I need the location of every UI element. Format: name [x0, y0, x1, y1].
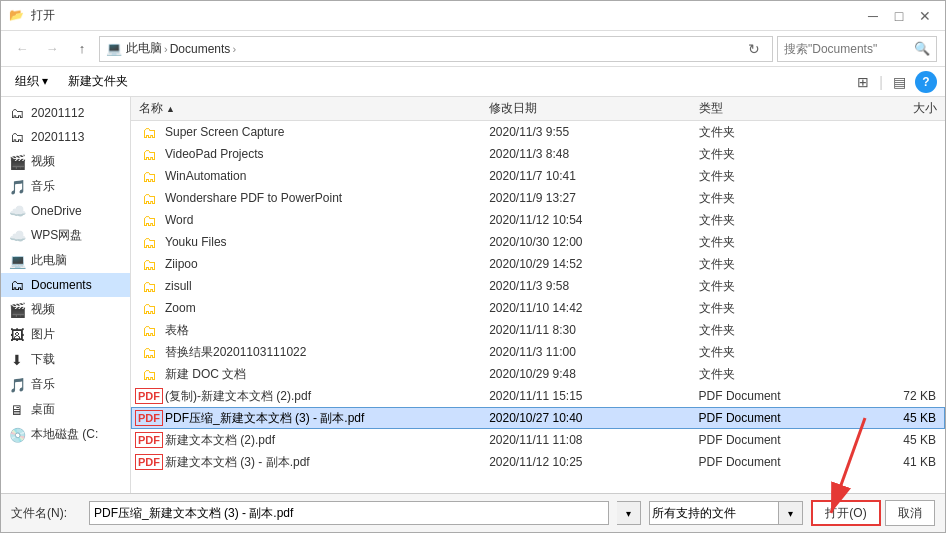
folder-icon: 🗂: [142, 278, 157, 295]
address-bar[interactable]: 💻 此电脑 › Documents › ↻: [99, 36, 773, 62]
col-size-header[interactable]: 大小: [839, 100, 937, 117]
new-folder-button[interactable]: 新建文件夹: [62, 71, 134, 92]
title-bar-left: 📂 打开: [9, 7, 55, 24]
sidebar-item-documents[interactable]: 🗂 Documents: [1, 273, 130, 297]
sidebar-item-20201113[interactable]: 🗂 20201113: [1, 125, 130, 149]
file-type-7: 文件夹: [699, 256, 839, 273]
breadcrumb-documents[interactable]: Documents: [170, 42, 231, 56]
file-name-15: PDF 新建文本文档 (2).pdf: [140, 431, 489, 449]
file-name-13: PDF (复制)-新建文本文档 (2).pdf: [140, 387, 489, 405]
sort-icon: ▲: [166, 104, 175, 114]
file-row-4[interactable]: 🗂 Wondershare PDF to PowerPoint 2020/11/…: [131, 187, 945, 209]
sidebar-item-wps[interactable]: ☁️ WPS网盘: [1, 223, 130, 248]
file-row-2[interactable]: 🗂 VideoPad Projects 2020/11/3 8:48 文件夹: [131, 143, 945, 165]
back-button[interactable]: ←: [9, 36, 35, 62]
file-row-3[interactable]: 🗂 WinAutomation 2020/11/7 10:41 文件夹: [131, 165, 945, 187]
forward-button[interactable]: →: [39, 36, 65, 62]
col-type-header[interactable]: 类型: [699, 100, 839, 117]
file-icon-5: 🗂: [140, 211, 158, 229]
sidebar-item-pc[interactable]: 💻 此电脑: [1, 248, 130, 273]
second-toolbar: 组织 ▾ 新建文件夹 ⊞ | ▤ ?: [1, 67, 945, 97]
file-date-6: 2020/10/30 12:00: [489, 235, 698, 249]
refresh-button[interactable]: ↻: [742, 37, 766, 61]
file-row-9[interactable]: 🗂 Zoom 2020/11/10 14:42 文件夹: [131, 297, 945, 319]
sidebar-item-videos[interactable]: 🎬 视频: [1, 149, 130, 174]
sidebar-item-pc-videos[interactable]: 🎬 视频: [1, 297, 130, 322]
view-details-button[interactable]: ⊞: [851, 70, 875, 94]
sidebar-label-downloads: 下载: [31, 351, 55, 368]
filename-label: 文件名(N):: [11, 505, 81, 522]
action-buttons: 打开(O) 取消: [811, 500, 935, 526]
minimize-button[interactable]: ─: [861, 4, 885, 28]
filetype-input[interactable]: [649, 501, 779, 525]
file-date-10: 2020/11/11 8:30: [489, 323, 698, 337]
file-date-5: 2020/11/12 10:54: [489, 213, 698, 227]
folder-icon: 🗂: [142, 366, 157, 383]
file-row-6[interactable]: 🗂 Youku Files 2020/10/30 12:00 文件夹: [131, 231, 945, 253]
cancel-button[interactable]: 取消: [885, 500, 935, 526]
open-dialog: 📂 打开 ─ □ ✕ ← → ↑ 💻 此电脑 › Documents › ↻ 🔍: [0, 0, 946, 533]
maximize-button[interactable]: □: [887, 4, 911, 28]
file-date-16: 2020/11/12 10:25: [489, 455, 698, 469]
breadcrumb-sep2: ›: [232, 43, 236, 55]
file-date-9: 2020/11/10 14:42: [489, 301, 698, 315]
sidebar-item-pc-music[interactable]: 🎵 音乐: [1, 372, 130, 397]
sidebar-item-onedrive[interactable]: ☁️ OneDrive: [1, 199, 130, 223]
organize-label: 组织 ▾: [15, 73, 48, 90]
sidebar-icon-20201113: 🗂: [9, 129, 25, 145]
file-date-13: 2020/11/11 15:15: [489, 389, 698, 403]
sidebar-item-20201112[interactable]: 🗂 20201112: [1, 101, 130, 125]
sidebar-label-pc-music: 音乐: [31, 376, 55, 393]
sidebar-item-desktop[interactable]: 🖥 桌面: [1, 397, 130, 422]
file-row-7[interactable]: 🗂 Ziipoo 2020/10/29 14:52 文件夹: [131, 253, 945, 275]
sidebar-icon-wps: ☁️: [9, 228, 25, 244]
file-name-3: 🗂 WinAutomation: [140, 167, 489, 185]
up-button[interactable]: ↑: [69, 36, 95, 62]
file-row-1[interactable]: 🗂 Super Screen Capture 2020/11/3 9:55 文件…: [131, 121, 945, 143]
pdf-icon: PDF: [135, 432, 163, 448]
filename-input[interactable]: [89, 501, 609, 525]
view-tiles-button[interactable]: ▤: [887, 70, 911, 94]
col-name-header[interactable]: 名称 ▲: [139, 100, 489, 117]
sidebar: 🗂 20201112 🗂 20201113 🎬 视频 🎵 音乐 ☁️ OneDr…: [1, 97, 131, 493]
filetype-dropdown-btn[interactable]: ▾: [779, 501, 803, 525]
filetype-row: ▾: [649, 501, 803, 525]
file-type-10: 文件夹: [699, 322, 839, 339]
organize-button[interactable]: 组织 ▾: [9, 71, 54, 92]
file-row-11[interactable]: 🗂 替换结果20201103111022 2020/11/3 11:00 文件夹: [131, 341, 945, 363]
sidebar-icon-pc-music: 🎵: [9, 377, 25, 393]
open-button[interactable]: 打开(O): [811, 500, 881, 526]
file-name-10: 🗂 表格: [140, 321, 489, 339]
close-button[interactable]: ✕: [913, 4, 937, 28]
file-list: 🗂 Super Screen Capture 2020/11/3 9:55 文件…: [131, 121, 945, 473]
sidebar-item-pictures[interactable]: 🖼 图片: [1, 322, 130, 347]
file-name-14: PDF PDF压缩_新建文本文档 (3) - 副本.pdf: [140, 409, 489, 427]
folder-icon: 🗂: [142, 322, 157, 339]
file-row-5[interactable]: 🗂 Word 2020/11/12 10:54 文件夹: [131, 209, 945, 231]
file-row-13[interactable]: PDF (复制)-新建文本文档 (2).pdf 2020/11/11 15:15…: [131, 385, 945, 407]
help-button[interactable]: ?: [915, 71, 937, 93]
pdf-icon: PDF: [135, 388, 163, 404]
sidebar-item-downloads[interactable]: ⬇ 下载: [1, 347, 130, 372]
sidebar-item-local-c[interactable]: 💿 本地磁盘 (C:: [1, 422, 130, 447]
file-type-13: PDF Document: [699, 389, 839, 403]
sidebar-item-music[interactable]: 🎵 音乐: [1, 174, 130, 199]
file-row-10[interactable]: 🗂 表格 2020/11/11 8:30 文件夹: [131, 319, 945, 341]
file-name-4: 🗂 Wondershare PDF to PowerPoint: [140, 189, 489, 207]
breadcrumb-pc[interactable]: 此电脑: [126, 40, 162, 57]
file-date-1: 2020/11/3 9:55: [489, 125, 698, 139]
search-input[interactable]: [784, 42, 910, 56]
sidebar-icon-documents: 🗂: [9, 277, 25, 293]
col-date-header[interactable]: 修改日期: [489, 100, 699, 117]
folder-icon: 🗂: [142, 146, 157, 163]
file-row-14[interactable]: PDF PDF压缩_新建文本文档 (3) - 副本.pdf 2020/10/27…: [131, 407, 945, 429]
folder-icon: 🗂: [142, 190, 157, 207]
file-row-8[interactable]: 🗂 zisull 2020/11/3 9:58 文件夹: [131, 275, 945, 297]
file-row-16[interactable]: PDF 新建文本文档 (3) - 副本.pdf 2020/11/12 10:25…: [131, 451, 945, 473]
sidebar-label-local-c: 本地磁盘 (C:: [31, 426, 98, 443]
filename-dropdown-btn[interactable]: ▾: [617, 501, 641, 525]
window-controls: ─ □ ✕: [861, 4, 937, 28]
file-row-12[interactable]: 🗂 新建 DOC 文档 2020/10/29 9:48 文件夹: [131, 363, 945, 385]
file-size-16: 41 KB: [838, 455, 936, 469]
file-row-15[interactable]: PDF 新建文本文档 (2).pdf 2020/11/11 11:08 PDF …: [131, 429, 945, 451]
